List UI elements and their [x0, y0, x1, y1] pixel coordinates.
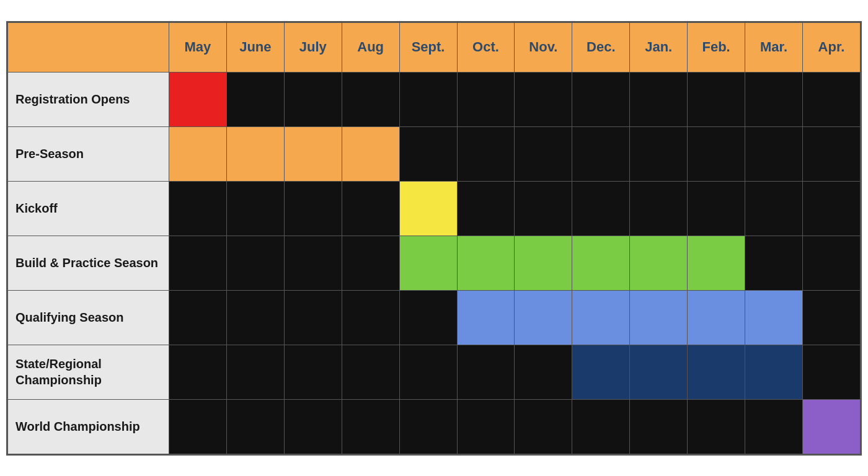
cell-r4-c2	[284, 290, 342, 345]
row-label-2: Kickoff	[8, 181, 169, 236]
cell-r6-c2	[284, 399, 342, 454]
cell-r4-c1	[226, 290, 284, 345]
row-label-3: Build & Practice Season	[8, 236, 169, 290]
cell-r4-c3	[342, 290, 399, 345]
cell-r1-c7	[572, 126, 630, 181]
month-header-aug: Aug	[342, 22, 399, 72]
cell-r6-c9	[688, 399, 745, 454]
cell-r2-c7	[572, 181, 630, 236]
cell-r2-c8	[630, 181, 688, 236]
cell-r1-c2	[284, 126, 342, 181]
cell-r4-c6	[515, 290, 572, 345]
cell-r0-c5	[457, 72, 515, 126]
cell-r6-c11	[802, 399, 860, 454]
table-row: World Championship	[8, 399, 861, 454]
header-row: MayJuneJulyAugSept.Oct.Nov.Dec.Jan.Feb.M…	[8, 22, 861, 72]
cell-r6-c10	[745, 399, 803, 454]
cell-r3-c9	[688, 236, 745, 290]
row-label-6: World Championship	[8, 399, 169, 454]
cell-r2-c4	[399, 181, 457, 236]
cell-r0-c6	[515, 72, 572, 126]
cell-r2-c0	[169, 181, 227, 236]
cell-r4-c5	[457, 290, 515, 345]
cell-r1-c8	[630, 126, 688, 181]
cell-r0-c11	[802, 72, 860, 126]
cell-r0-c1	[226, 72, 284, 126]
row-label-0: Registration Opens	[8, 72, 169, 126]
table-row: Pre-Season	[8, 126, 861, 181]
table-row: Qualifying Season	[8, 290, 861, 345]
month-header-nov: Nov.	[515, 22, 572, 72]
cell-r1-c5	[457, 126, 515, 181]
month-header-may: May	[169, 22, 227, 72]
cell-r2-c9	[688, 181, 745, 236]
cell-r3-c3	[342, 236, 399, 290]
cell-r0-c2	[284, 72, 342, 126]
cell-r1-c3	[342, 126, 399, 181]
cell-r5-c11	[802, 345, 860, 399]
cell-r5-c9	[688, 345, 745, 399]
cell-r3-c0	[169, 236, 227, 290]
row-label-5: State/Regional Championship	[8, 345, 169, 399]
row-label-4: Qualifying Season	[8, 290, 169, 345]
cell-r2-c5	[457, 181, 515, 236]
timeline-title	[8, 22, 169, 72]
month-header-june: June	[226, 22, 284, 72]
cell-r5-c2	[284, 345, 342, 399]
cell-r6-c5	[457, 399, 515, 454]
table-row: Build & Practice Season	[8, 236, 861, 290]
cell-r3-c4	[399, 236, 457, 290]
cell-r2-c11	[802, 181, 860, 236]
cell-r0-c4	[399, 72, 457, 126]
cell-r3-c2	[284, 236, 342, 290]
cell-r6-c4	[399, 399, 457, 454]
cell-r1-c6	[515, 126, 572, 181]
month-header-dec: Dec.	[572, 22, 630, 72]
cell-r6-c1	[226, 399, 284, 454]
cell-r5-c6	[515, 345, 572, 399]
cell-r4-c0	[169, 290, 227, 345]
month-header-feb: Feb.	[688, 22, 745, 72]
cell-r1-c9	[688, 126, 745, 181]
cell-r4-c8	[630, 290, 688, 345]
cell-r0-c3	[342, 72, 399, 126]
table-row: Kickoff	[8, 181, 861, 236]
table-row: State/Regional Championship	[8, 345, 861, 399]
cell-r4-c11	[802, 290, 860, 345]
cell-r6-c8	[630, 399, 688, 454]
cell-r1-c1	[226, 126, 284, 181]
cell-r6-c6	[515, 399, 572, 454]
cell-r4-c4	[399, 290, 457, 345]
cell-r3-c10	[745, 236, 803, 290]
timeline-container: MayJuneJulyAugSept.Oct.Nov.Dec.Jan.Feb.M…	[6, 21, 862, 456]
cell-r1-c4	[399, 126, 457, 181]
cell-r3-c5	[457, 236, 515, 290]
cell-r5-c7	[572, 345, 630, 399]
cell-r3-c6	[515, 236, 572, 290]
cell-r2-c1	[226, 181, 284, 236]
cell-r2-c6	[515, 181, 572, 236]
cell-r4-c10	[745, 290, 803, 345]
cell-r2-c10	[745, 181, 803, 236]
month-header-mar: Mar.	[745, 22, 803, 72]
cell-r5-c1	[226, 345, 284, 399]
cell-r1-c0	[169, 126, 227, 181]
cell-r5-c5	[457, 345, 515, 399]
cell-r6-c7	[572, 399, 630, 454]
cell-r5-c8	[630, 345, 688, 399]
cell-r3-c11	[802, 236, 860, 290]
cell-r0-c7	[572, 72, 630, 126]
cell-r1-c11	[802, 126, 860, 181]
cell-r1-c10	[745, 126, 803, 181]
month-header-apr: Apr.	[802, 22, 860, 72]
cell-r4-c9	[688, 290, 745, 345]
cell-r6-c3	[342, 399, 399, 454]
table-row: Registration Opens	[8, 72, 861, 126]
cell-r3-c8	[630, 236, 688, 290]
row-label-1: Pre-Season	[8, 126, 169, 181]
cell-r5-c10	[745, 345, 803, 399]
cell-r2-c3	[342, 181, 399, 236]
cell-r0-c9	[688, 72, 745, 126]
cell-r6-c0	[169, 399, 227, 454]
month-header-oct: Oct.	[457, 22, 515, 72]
